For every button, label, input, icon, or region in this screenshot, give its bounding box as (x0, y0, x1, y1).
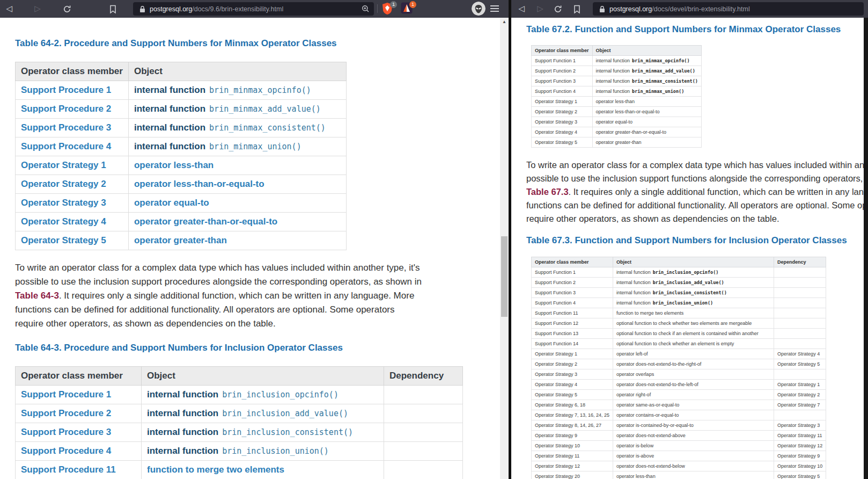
table-row: Operator Strategy 12 operator does-not-e… (532, 461, 826, 471)
column-header-dependency: Dependency (774, 257, 826, 267)
inclusion-table-64-3: Operator class member Object Dependency … (15, 366, 463, 479)
table-row: Operator Strategy 5 operator greater-tha… (532, 137, 702, 148)
table-67-3-title: Table 67.3. Function and Support Numbers… (526, 235, 868, 246)
column-header-object: Object (128, 62, 346, 81)
lock-icon (599, 5, 605, 13)
paragraph-line: require other operators, as shown as dep… (15, 317, 500, 331)
table-row: Support Function 3 internal functionbrin… (532, 76, 702, 86)
table-row: Operator Strategy 4 operator does-not-ex… (532, 380, 826, 390)
table-row: Operator Strategy 4 operator greater-tha… (532, 127, 702, 137)
table-row: Support Function 1 internal functionbrin… (532, 56, 702, 66)
right-edge-scrollbar[interactable] (864, 18, 868, 479)
column-header-member: Operator class member (532, 257, 613, 267)
scroll-up-arrow[interactable]: ▲ (500, 18, 509, 26)
table-header-row: Operator class member Object Dependency (532, 257, 826, 267)
table-row: Operator Strategy 4 operator greater-tha… (16, 213, 347, 231)
column-header-object: Object (613, 257, 774, 267)
toolbar-right: ◁ ▷ postgresql.org/docs/devel/brin-exten… (511, 0, 868, 18)
table-row: Support Function 1 internal functionbrin… (532, 267, 826, 278)
table-row: Support Procedure 3 internal functionbri… (16, 423, 463, 442)
zoom-level-icon[interactable] (362, 5, 370, 13)
column-header-object: Object (142, 367, 384, 386)
toolbar-left: ◁ ▷ postgresql.org/docs/9.6/brin-extensi… (0, 0, 509, 18)
column-header-member: Operator class member (16, 62, 129, 81)
table-row: Operator Strategy 20 operator less-than … (532, 471, 826, 479)
paragraph-line: functions can be defined for additional … (15, 303, 500, 317)
lock-icon (139, 5, 145, 13)
reload-button[interactable] (551, 2, 565, 16)
table-row: Operator Strategy 1 operator less-than (16, 156, 347, 175)
column-header-member: Operator class member (16, 367, 142, 386)
extension-icon[interactable]: 1 (401, 2, 414, 15)
table-row: Support Procedure 1 internal functionbri… (16, 386, 463, 404)
back-button[interactable]: ◁ (2, 2, 16, 16)
url-bar[interactable]: postgresql.org/docs/devel/brin-extensibi… (593, 2, 864, 16)
paragraph-line: functions can be defined for additional … (526, 199, 868, 212)
inclusion-table-67-3: Operator class member Object Dependency … (531, 257, 826, 479)
table-row: Operator Strategy 7, 13, 16, 24, 25 oper… (532, 410, 826, 420)
minmax-table-67-2: Operator class member Object Support Fun… (531, 45, 702, 148)
table-row: Support Function 12 optional function to… (532, 318, 826, 329)
table-row: Operator Strategy 1 operator less-than (532, 97, 702, 107)
table-row: Operator Strategy 11 operator is-above O… (532, 451, 826, 461)
table-row: Support Procedure 2 internal functionbri… (16, 404, 463, 423)
table-row: Support Function 14 optional function to… (532, 339, 826, 349)
table-row: Support Procedure 11 function to merge t… (16, 461, 463, 479)
brave-shield-icon[interactable]: 1 (381, 2, 394, 15)
paragraph-line: require other operators, as shown as dep… (526, 212, 868, 226)
table-row: Operator Strategy 5 operator right-of Op… (532, 390, 826, 400)
table-header-row: Operator class member Object Dependency (16, 367, 463, 386)
table-row: Operator Strategy 3 operator overlaps (532, 369, 826, 380)
table-67-3-link[interactable]: Table 67.3 (526, 187, 569, 197)
paragraph-line: To write an operator class for a complex… (15, 261, 500, 275)
paragraph-line: Table 64-3. It requires only a single ad… (15, 289, 500, 303)
forward-button[interactable]: ▷ (533, 2, 547, 16)
table-67-2-title: Table 67.2. Function and Support Numbers… (526, 24, 868, 35)
reload-button[interactable] (60, 2, 74, 16)
paragraph: To write an operator class for a complex… (15, 261, 500, 331)
scrollbar[interactable]: ▲ (500, 18, 509, 479)
scrollbar-thumb[interactable] (501, 236, 507, 317)
shield-badge: 1 (390, 1, 397, 8)
back-button[interactable]: ◁ (514, 2, 528, 16)
browser-window-right: ◁ ▷ postgresql.org/docs/devel/brin-exten… (511, 0, 868, 479)
table-row: Operator Strategy 8, 14, 26, 27 operator… (532, 420, 826, 431)
forward-button[interactable]: ▷ (31, 2, 45, 16)
table-row: Operator Strategy 3 operator equal-to (16, 194, 347, 213)
table-row: Support Function 11 function to merge tw… (532, 308, 826, 318)
table-64-3-link[interactable]: Table 64-3 (15, 291, 59, 301)
column-header-member: Operator class member (532, 46, 593, 56)
table-header-row: Operator class member Object (16, 62, 347, 81)
table-row: Operator Strategy 10 operator is-below O… (532, 441, 826, 451)
page-content-left: Table 64-2. Procedure and Support Number… (0, 18, 500, 479)
bookmark-icon[interactable] (570, 2, 584, 16)
page-content-right: Table 67.2. Function and Support Numbers… (511, 18, 868, 479)
minmax-table-64-2: Operator class member Object Support Pro… (15, 62, 347, 250)
paragraph-line: To write an operator class for a complex… (526, 158, 868, 172)
url-text: postgresql.org/docs/9.6/brin-extensibili… (150, 5, 283, 13)
table-row: Support Function 4 internal functionbrin… (532, 86, 702, 97)
table-row: Operator Strategy 2 operator less-than-o… (532, 107, 702, 117)
table-row: Operator Strategy 5 operator greater-tha… (16, 231, 347, 250)
table-row: Operator Strategy 2 operator does-not-ex… (532, 359, 826, 369)
table-row: Operator Strategy 2 operator less-than-o… (16, 175, 347, 194)
table-row: Support Function 2 internal functionbrin… (532, 278, 826, 288)
paragraph-line: possible to use the inclusion support fu… (526, 172, 868, 185)
table-row: Operator Strategy 1 operator left-of Ope… (532, 349, 826, 359)
table-row: Support Function 13 optional function to… (532, 329, 826, 339)
paragraph-line: possible to use the inclusion support pr… (15, 275, 500, 289)
profile-avatar[interactable] (472, 2, 486, 16)
bookmark-icon[interactable] (106, 2, 120, 16)
table-row: Support Procedure 1 internal functionbri… (16, 81, 347, 100)
table-row: Operator Strategy 6, 18 operator same-as… (532, 400, 826, 410)
browser-window-left: ◁ ▷ postgresql.org/docs/9.6/brin-extensi… (0, 0, 509, 479)
extension-badge: 1 (409, 1, 416, 8)
table-64-3-title: Table 64-3. Procedure and Support Number… (15, 343, 500, 353)
url-bar[interactable]: postgresql.org/docs/9.6/brin-extensibili… (133, 2, 374, 16)
table-row: Support Function 3 internal functionbrin… (532, 288, 826, 298)
column-header-dependency: Dependency (384, 367, 463, 386)
menu-button[interactable] (490, 5, 499, 13)
table-row: Support Procedure 2 internal functionbri… (16, 100, 347, 119)
table-64-2-title: Table 64-2. Procedure and Support Number… (15, 38, 500, 49)
table-row: Support Procedure 3 internal functionbri… (16, 119, 347, 137)
